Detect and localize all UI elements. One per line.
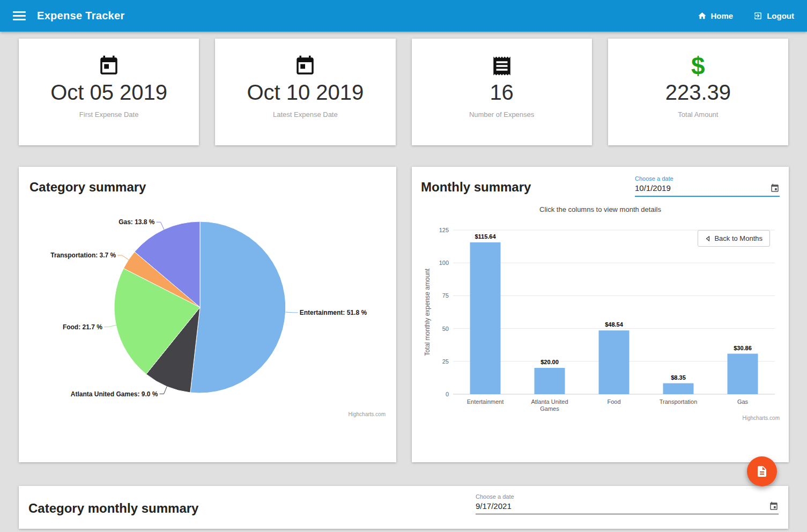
bar-entertainment[interactable] bbox=[470, 242, 501, 394]
pie-slice-entertainment[interactable] bbox=[190, 221, 286, 393]
category-summary-title: Category summary bbox=[29, 180, 386, 195]
stat-value: Oct 10 2019 bbox=[247, 80, 364, 105]
calendar-icon bbox=[294, 55, 316, 77]
nav-home-button[interactable]: Home bbox=[698, 11, 734, 20]
stat-label: Total Amount bbox=[678, 110, 718, 119]
calendar-picker-icon[interactable] bbox=[769, 501, 779, 511]
receipt-icon bbox=[491, 55, 513, 77]
y-tick-label: 75 bbox=[442, 292, 449, 299]
bar-gas[interactable] bbox=[728, 354, 758, 395]
category-monthly-summary-card: Category monthly summary Choose a date bbox=[19, 486, 788, 529]
pie-label-connector bbox=[286, 312, 298, 313]
back-arrow-icon bbox=[705, 236, 710, 241]
bar-value-label-food: $48.54 bbox=[605, 321, 624, 328]
pie-label-food: Food: 21.7 % bbox=[63, 323, 102, 331]
hamburger-icon bbox=[13, 11, 26, 20]
monthly-chart-area: Click the columns to view month details … bbox=[421, 205, 780, 421]
pie-label-entertainment: Entertainment: 51.8 % bbox=[300, 309, 367, 316]
top-bar: Expense Tracker Home Logout bbox=[0, 0, 807, 32]
calendar-picker-icon[interactable] bbox=[770, 183, 780, 193]
page: Expense Tracker Home Logout Oct 05 2019 … bbox=[0, 0, 807, 532]
stat-card-number-of-expenses: 16 Number of Expenses bbox=[412, 39, 592, 145]
app-title: Expense Tracker bbox=[37, 10, 125, 22]
highcharts-credit[interactable]: Highcharts.com bbox=[29, 411, 386, 417]
stat-label: First Expense Date bbox=[79, 110, 139, 119]
y-tick-label: 100 bbox=[439, 260, 449, 266]
bar-food[interactable] bbox=[599, 330, 630, 394]
category-summary-card: Category summary Entertainment: 51.8 %At… bbox=[19, 167, 396, 462]
monthly-summary-card: Monthly summary Choose a date Click the … bbox=[412, 167, 789, 462]
y-tick-label: 50 bbox=[442, 326, 449, 332]
stat-value: Oct 05 2019 bbox=[50, 80, 167, 105]
x-category-label-transportation: Transportation bbox=[660, 398, 698, 405]
category-monthly-summary-title: Category monthly summary bbox=[28, 501, 198, 516]
category-monthly-date-input[interactable] bbox=[476, 500, 769, 512]
nav-logout-button[interactable]: Logout bbox=[753, 11, 794, 20]
pie-label-connector bbox=[160, 387, 167, 394]
bar-value-label-atlanta-united-games: $20.00 bbox=[541, 359, 559, 365]
calendar-icon bbox=[98, 55, 120, 77]
pie-label-connector bbox=[117, 255, 129, 260]
pie-label-connector bbox=[104, 325, 116, 327]
bar-transportation[interactable] bbox=[663, 383, 694, 394]
x-category-label-food: Food bbox=[607, 398, 620, 405]
y-axis-title: Total monthly expense amount bbox=[424, 268, 431, 356]
chart-subtitle: Click the columns to view month details bbox=[421, 205, 780, 213]
stats-row: Oct 05 2019 First Expense Date Oct 10 20… bbox=[19, 39, 788, 145]
export-file-icon bbox=[756, 465, 768, 478]
stat-label: Latest Expense Date bbox=[273, 110, 338, 119]
stat-card-latest-expense-date: Oct 10 2019 Latest Expense Date bbox=[215, 39, 395, 145]
bar-value-label-entertainment: $115.64 bbox=[475, 233, 496, 240]
y-tick-label: 0 bbox=[446, 391, 449, 397]
pie-label-gas: Gas: 13.8 % bbox=[119, 218, 155, 226]
category-pie-chart: Entertainment: 51.8 %Atlanta United Game… bbox=[29, 195, 386, 409]
highcharts-credit[interactable]: Highcharts.com bbox=[421, 415, 780, 421]
bar-atlanta-united-games[interactable] bbox=[535, 368, 565, 394]
stat-label: Number of Expenses bbox=[469, 110, 534, 119]
logout-icon bbox=[753, 11, 762, 20]
pie-label-atlanta-united-games: Atlanta United Games: 9.0 % bbox=[71, 390, 158, 398]
date-field-label: Choose a date bbox=[635, 175, 780, 182]
stat-card-first-expense-date: Oct 05 2019 First Expense Date bbox=[19, 39, 199, 145]
x-category-label-entertainment: Entertainment bbox=[467, 398, 504, 405]
y-tick-label: 125 bbox=[439, 227, 449, 233]
bar-value-label-gas: $30.86 bbox=[734, 345, 752, 351]
home-icon bbox=[698, 11, 707, 20]
stat-value: 16 bbox=[490, 80, 514, 105]
back-to-months-label: Back to Months bbox=[714, 234, 762, 242]
pie-label-transportation: Transportation: 3.7 % bbox=[50, 252, 116, 259]
dollar-icon: $ bbox=[691, 54, 705, 78]
stat-card-total-amount: $ 223.39 Total Amount bbox=[608, 39, 788, 145]
back-to-months-button[interactable]: Back to Months bbox=[698, 230, 770, 247]
nav-logout-label: Logout bbox=[767, 11, 794, 20]
x-category-label-atlanta-united-games: Atlanta UnitedGames bbox=[531, 398, 568, 412]
pie-label-connector bbox=[157, 222, 164, 230]
y-tick-label: 25 bbox=[442, 358, 449, 365]
nav-home-label: Home bbox=[711, 11, 734, 20]
stat-value: 223.39 bbox=[665, 80, 731, 105]
monthly-date-input[interactable] bbox=[635, 182, 770, 194]
export-fab-button[interactable] bbox=[747, 456, 777, 486]
monthly-summary-title: Monthly summary bbox=[421, 180, 531, 195]
x-category-label-gas: Gas bbox=[737, 398, 749, 405]
date-field-label: Choose a date bbox=[476, 493, 779, 500]
bar-value-label-transportation: $8.35 bbox=[671, 374, 686, 381]
category-monthly-date-field: Choose a date bbox=[476, 493, 779, 514]
monthly-date-field: Choose a date bbox=[635, 175, 780, 197]
menu-button[interactable] bbox=[11, 7, 28, 25]
charts-row: Category summary Entertainment: 51.8 %At… bbox=[19, 167, 788, 462]
